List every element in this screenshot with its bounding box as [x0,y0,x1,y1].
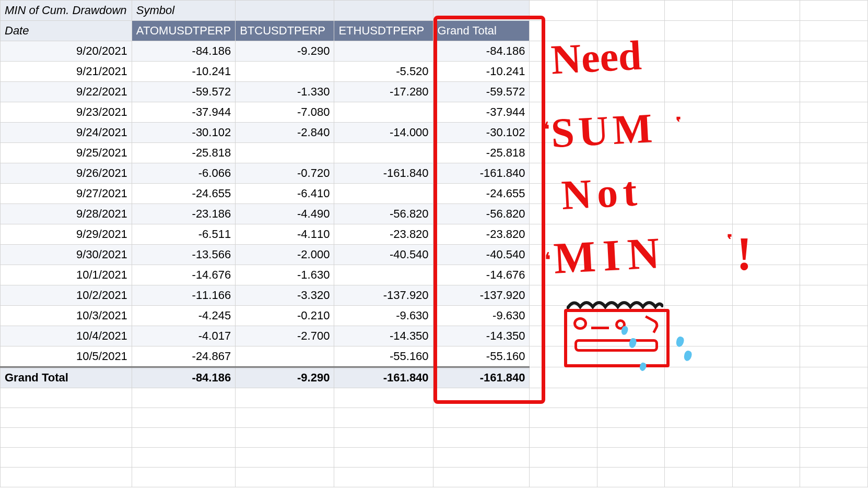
value-cell-eth[interactable] [334,143,433,163]
empty-cell[interactable] [665,326,732,346]
value-cell-btc[interactable]: -4.490 [236,204,334,224]
empty-cell[interactable] [433,448,530,468]
empty-cell[interactable] [665,1,732,21]
empty-cell[interactable] [597,388,664,408]
empty-cell[interactable] [800,306,868,326]
empty-cell[interactable] [597,163,664,184]
value-cell-eth[interactable]: -55.160 [334,346,433,367]
date-cell[interactable]: 9/21/2021 [1,62,132,82]
empty-cell[interactable] [530,143,597,163]
value-cell-atom[interactable]: -24.867 [132,346,235,367]
empty-cell[interactable] [530,62,597,82]
empty-cell[interactable] [800,245,868,265]
empty-cell[interactable] [732,102,800,123]
value-cell-total[interactable]: -161.840 [433,163,530,184]
empty-cell[interactable] [1,408,132,428]
empty-cell[interactable] [732,468,800,487]
value-cell-eth[interactable]: -23.820 [334,224,433,245]
value-cell-atom[interactable]: -4.017 [132,326,235,346]
value-cell-btc[interactable]: -2.840 [236,123,334,143]
value-cell-total[interactable]: -37.944 [433,102,530,123]
date-cell[interactable]: 10/3/2021 [1,306,132,326]
date-cell[interactable]: 9/20/2021 [1,41,132,62]
empty-cell[interactable] [665,82,732,102]
date-cell[interactable]: 9/28/2021 [1,204,132,224]
value-cell-total[interactable]: -56.820 [433,204,530,224]
date-cell[interactable]: 9/30/2021 [1,245,132,265]
empty-cell[interactable] [236,468,334,487]
pivot-column-field-label[interactable]: Symbol [132,1,235,21]
empty-cell[interactable] [334,428,433,448]
empty-cell[interactable] [530,408,597,428]
empty-cell[interactable] [665,21,732,41]
empty-cell[interactable] [800,346,868,367]
empty-cell[interactable] [732,265,800,285]
empty-cell[interactable] [665,468,732,487]
empty-cell[interactable] [800,468,868,487]
empty-cell[interactable] [597,102,664,123]
empty-cell[interactable] [597,448,664,468]
empty-cell[interactable] [665,285,732,306]
empty-cell[interactable] [732,408,800,428]
value-cell-btc[interactable]: -0.210 [236,306,334,326]
empty-header-cell[interactable] [433,1,530,21]
empty-cell[interactable] [530,265,597,285]
empty-cell[interactable] [597,306,664,326]
column-header-btc[interactable]: BTCUSDTPERP [236,21,334,41]
empty-cell[interactable] [334,448,433,468]
empty-cell[interactable] [732,245,800,265]
empty-cell[interactable] [665,367,732,388]
empty-cell[interactable] [530,245,597,265]
value-cell-atom[interactable]: -84.186 [132,41,235,62]
value-cell-atom[interactable]: -13.566 [132,245,235,265]
grand-total-total[interactable]: -161.840 [433,367,530,388]
empty-cell[interactable] [597,41,664,62]
empty-cell[interactable] [732,224,800,245]
empty-cell[interactable] [665,184,732,204]
value-cell-eth[interactable]: -161.840 [334,163,433,184]
empty-cell[interactable] [665,123,732,143]
date-cell[interactable]: 10/5/2021 [1,346,132,367]
value-cell-btc[interactable]: -7.080 [236,102,334,123]
value-cell-btc[interactable]: -4.110 [236,224,334,245]
empty-cell[interactable] [665,143,732,163]
empty-cell[interactable] [530,82,597,102]
empty-cell[interactable] [597,408,664,428]
empty-cell[interactable] [732,388,800,408]
value-cell-atom[interactable]: -25.818 [132,143,235,163]
empty-cell[interactable] [530,163,597,184]
empty-cell[interactable] [800,1,868,21]
column-header-eth[interactable]: ETHUSDTPERP [334,21,433,41]
value-cell-eth[interactable] [334,184,433,204]
empty-cell[interactable] [597,346,664,367]
empty-cell[interactable] [732,184,800,204]
empty-cell[interactable] [132,468,235,487]
empty-cell[interactable] [800,204,868,224]
grand-total-label[interactable]: Grand Total [1,367,132,388]
value-cell-total[interactable]: -23.820 [433,224,530,245]
empty-cell[interactable] [665,388,732,408]
pivot-value-field-label[interactable]: MIN of Cum. Drawdown [1,1,132,21]
empty-cell[interactable] [236,388,334,408]
date-cell[interactable]: 9/27/2021 [1,184,132,204]
empty-cell[interactable] [530,204,597,224]
value-cell-btc[interactable]: -2.000 [236,245,334,265]
empty-cell[interactable] [597,468,664,487]
value-cell-atom[interactable]: -4.245 [132,306,235,326]
column-header-atom[interactable]: ATOMUSDTPERP [132,21,235,41]
value-cell-btc[interactable] [236,346,334,367]
empty-cell[interactable] [732,21,800,41]
empty-cell[interactable] [800,143,868,163]
empty-cell[interactable] [665,245,732,265]
empty-cell[interactable] [597,123,664,143]
empty-cell[interactable] [732,123,800,143]
empty-cell[interactable] [530,468,597,487]
empty-cell[interactable] [597,204,664,224]
empty-cell[interactable] [597,1,664,21]
empty-cell[interactable] [665,306,732,326]
empty-cell[interactable] [530,448,597,468]
empty-header-cell[interactable] [334,1,433,21]
value-cell-atom[interactable]: -24.655 [132,184,235,204]
empty-cell[interactable] [732,204,800,224]
value-cell-total[interactable]: -55.160 [433,346,530,367]
